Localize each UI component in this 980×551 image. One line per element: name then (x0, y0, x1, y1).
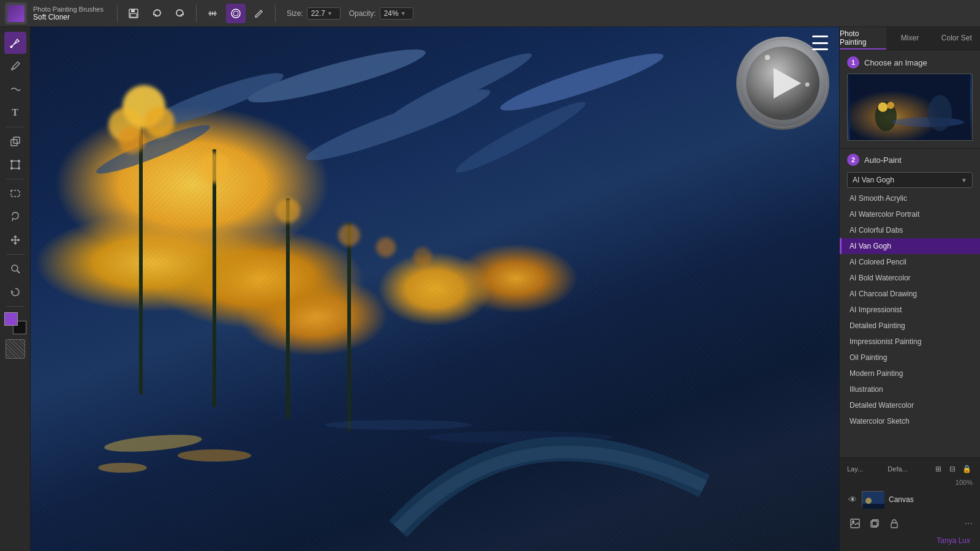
layer-thumbnail (862, 491, 884, 508)
dropdown-arrow-icon: ▼ (961, 177, 967, 184)
svg-point-36 (118, 127, 145, 154)
layer-icons: ⊞ ⊟ 🔒 (932, 463, 973, 475)
style-item-illustration[interactable]: Illustration (840, 381, 980, 397)
tab-photo-painting[interactable]: Photo Painting (840, 27, 886, 50)
default-label: Defa... (888, 465, 907, 473)
brush-selector-button[interactable] (226, 4, 246, 23)
svg-point-43 (178, 449, 251, 462)
eyedropper-tool-button[interactable] (4, 55, 26, 77)
step2-label: Auto-Paint (864, 156, 902, 165)
svg-point-61 (865, 498, 872, 504)
svg-rect-2 (130, 13, 137, 17)
style-item-watercolor-sketch[interactable]: Watercolor Sketch (840, 413, 980, 429)
foreground-color-swatch[interactable] (4, 312, 18, 326)
undo-button[interactable] (147, 4, 167, 23)
app-subtitle: Soft Cloner (33, 13, 104, 21)
layer-add-icon[interactable] (867, 515, 883, 531)
size-value-box[interactable]: 22.7 ▼ (307, 7, 341, 20)
svg-rect-1 (131, 9, 135, 12)
svg-point-35 (144, 107, 175, 137)
svg-point-15 (18, 160, 20, 162)
layer-visibility-toggle[interactable]: 👁 (848, 495, 857, 504)
canvas-area[interactable] (31, 27, 839, 551)
style-item-ai-watercolor-portrait[interactable]: AI Watercolor Portrait (840, 206, 980, 222)
opacity-value-box[interactable]: 24% ▼ (380, 7, 413, 20)
move-tool-button[interactable] (4, 229, 26, 251)
redo-button[interactable] (170, 4, 190, 23)
svg-rect-54 (850, 74, 970, 140)
panel-content: 1 Choose an Image (840, 50, 980, 457)
canvas-menu-button[interactable] (812, 36, 831, 50)
tool-separator-2 (6, 179, 24, 179)
zoom-tool-button[interactable] (4, 258, 26, 280)
step1-header: 1 Choose an Image (840, 50, 980, 73)
smudge-tool-button[interactable] (4, 78, 26, 100)
toolbar-separator-3 (275, 5, 276, 22)
photo-painting-icon[interactable] (847, 515, 863, 531)
svg-point-38 (276, 198, 300, 223)
right-panel: Photo Painting Mixer Color Set 1 Choose … (839, 27, 980, 551)
svg-point-8 (233, 11, 238, 16)
toolbar: Photo Painting Brushes Soft Cloner Size:… (0, 0, 980, 27)
pen-button[interactable] (249, 4, 269, 23)
svg-point-7 (232, 9, 240, 18)
app-logo (5, 2, 27, 24)
image-preview[interactable] (847, 73, 973, 141)
svg-point-56 (878, 102, 888, 112)
svg-rect-62 (862, 504, 884, 509)
more-options-button[interactable]: ··· (965, 518, 973, 529)
layer-icon-2[interactable]: ⊟ (946, 463, 959, 475)
text-tool-button[interactable]: T (4, 102, 26, 124)
lock-icon[interactable] (886, 515, 902, 531)
svg-point-57 (887, 102, 894, 109)
rotate-view-button[interactable] (4, 281, 26, 303)
svg-point-41 (413, 247, 432, 266)
marquee-tool-button[interactable] (4, 182, 26, 204)
save-button[interactable] (124, 4, 143, 23)
step2-header: 2 Auto-Paint (840, 148, 980, 170)
svg-point-45 (325, 420, 472, 430)
clone-tool-button[interactable] (4, 130, 26, 152)
paper-texture-swatch[interactable] (6, 339, 25, 359)
style-item-ai-colorful-dabs[interactable]: AI Colorful Dabs (840, 222, 980, 238)
svg-point-16 (10, 167, 13, 170)
svg-point-27 (302, 80, 494, 170)
style-item-detailed-watercolor[interactable]: Detailed Watercolor (840, 397, 980, 413)
opacity-value: 24% (384, 9, 399, 18)
style-item-impressionist-painting[interactable]: Impressionist Painting (840, 334, 980, 350)
layer-icon-1[interactable]: ⊞ (932, 463, 944, 475)
tool-separator-4 (6, 306, 24, 307)
panel-tabs: Photo Painting Mixer Color Set (840, 27, 980, 50)
tool-separator-3 (6, 254, 24, 255)
layer-icon-lock[interactable]: 🔒 (960, 463, 973, 475)
style-item-oil-painting[interactable]: Oil Painting (840, 350, 980, 365)
transform-tool-button[interactable] (4, 154, 26, 176)
lasso-tool-button[interactable] (4, 206, 26, 228)
style-item-ai-charcoal-drawing[interactable]: AI Charcoal Drawing (840, 286, 980, 302)
style-item-ai-bold-watercolor[interactable]: AI Bold Watercolor (840, 270, 980, 286)
toolbar-separator-1 (117, 5, 118, 22)
svg-point-52 (805, 82, 810, 87)
svg-point-9 (10, 46, 12, 48)
app-title-block: Photo Painting Brushes Soft Cloner (33, 6, 104, 21)
straighten-button[interactable] (203, 4, 222, 23)
style-item-ai-colored-pencil[interactable]: AI Colored Pencil (840, 254, 980, 270)
svg-rect-12 (13, 137, 20, 143)
tab-color-set[interactable]: Color Set (933, 27, 980, 50)
style-item-ai-smooth-acrylic[interactable]: AI Smooth Acrylic (840, 190, 980, 206)
svg-line-19 (12, 218, 13, 221)
style-item-detailed-painting[interactable]: Detailed Painting (840, 318, 980, 334)
tab-mixer[interactable]: Mixer (886, 27, 933, 50)
size-value: 22.7 (311, 9, 325, 18)
style-dropdown[interactable]: AI Van Gogh ▼ (847, 172, 973, 188)
tool-separator-1 (6, 127, 24, 127)
style-item-ai-van-gogh[interactable]: AI Van Gogh (840, 238, 980, 254)
credit-label: Tanya Lux (845, 535, 975, 547)
style-item-modern-painting[interactable]: Modern Painting (840, 365, 980, 381)
svg-point-39 (338, 224, 360, 246)
style-item-ai-impressionist[interactable]: AI Impressionist (840, 302, 980, 318)
color-swatches[interactable] (4, 312, 26, 334)
left-tool-panel: T (0, 27, 31, 551)
selected-style-label: AI Van Gogh (853, 176, 894, 184)
brush-tool-button[interactable] (4, 32, 26, 54)
